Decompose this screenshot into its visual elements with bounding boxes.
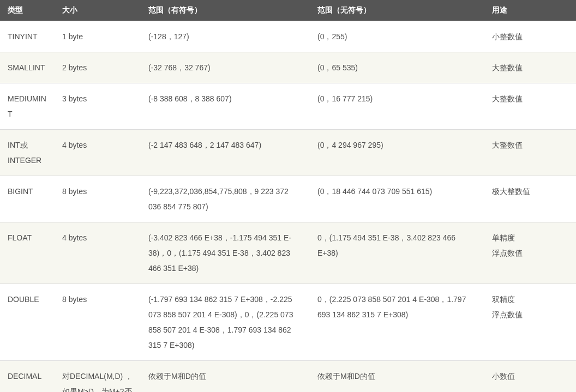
cell-signed: (-9,223,372,036,854,775,808，9 223 372 03… [141,176,310,222]
cell-unsigned: (0，16 777 215) [310,83,484,130]
cell-size: 8 bytes [55,284,141,361]
cell-signed: (-2 147 483 648，2 147 483 647) [141,130,310,176]
cell-usage: 极大整数值 [484,176,576,222]
table-row: INT或INTEGER 4 bytes (-2 147 483 648，2 14… [0,130,576,176]
table-row: DOUBLE 8 bytes (-1.797 693 134 862 315 7… [0,284,576,361]
cell-type: BIGINT [0,176,55,222]
cell-usage: 双精度浮点数值 [484,284,576,361]
cell-unsigned: 0，(1.175 494 351 E-38，3.402 823 466 E+38… [310,222,484,284]
cell-usage: 大整数值 [484,83,576,130]
table-row: MEDIUMINT 3 bytes (-8 388 608，8 388 607)… [0,83,576,130]
cell-unsigned: (0，65 535) [310,52,484,83]
cell-unsigned: (0，4 294 967 295) [310,130,484,176]
cell-signed: (-3.402 823 466 E+38，-1.175 494 351 E-38… [141,222,310,284]
table-row: FLOAT 4 bytes (-3.402 823 466 E+38，-1.17… [0,222,576,284]
cell-type: DOUBLE [0,284,55,361]
cell-unsigned: (0，18 446 744 073 709 551 615) [310,176,484,222]
cell-type: MEDIUMINT [0,83,55,130]
cell-type: SMALLINT [0,52,55,83]
table-row: TINYINT 1 byte (-128，127) (0，255) 小整数值 [0,21,576,52]
cell-signed: (-128，127) [141,21,310,52]
cell-size: 2 bytes [55,52,141,83]
cell-size: 3 bytes [55,83,141,130]
col-header-size: 大小 [55,0,141,21]
cell-type: TINYINT [0,21,55,52]
cell-signed: (-1.797 693 134 862 315 7 E+308，-2.225 0… [141,284,310,361]
cell-size: 对DECIMAL(M,D) ，如果M>D，为M+2否则为D+2 [55,361,141,393]
col-header-signed: 范围（有符号） [141,0,310,21]
cell-type: DECIMAL [0,361,55,393]
cell-usage: 单精度浮点数值 [484,222,576,284]
cell-type: FLOAT [0,222,55,284]
col-header-type: 类型 [0,0,55,21]
col-header-usage: 用途 [484,0,576,21]
cell-unsigned: 0，(2.225 073 858 507 201 4 E-308，1.797 6… [310,284,484,361]
table-row: DECIMAL 对DECIMAL(M,D) ，如果M>D，为M+2否则为D+2 … [0,361,576,393]
cell-size: 4 bytes [55,130,141,176]
cell-signed: (-32 768，32 767) [141,52,310,83]
table-row: SMALLINT 2 bytes (-32 768，32 767) (0，65 … [0,52,576,83]
cell-usage: 小整数值 [484,21,576,52]
datatypes-table: 类型 大小 范围（有符号） 范围（无符号） 用途 TINYINT 1 byte … [0,0,576,392]
cell-signed: (-8 388 608，8 388 607) [141,83,310,130]
cell-unsigned: (0，255) [310,21,484,52]
cell-size: 4 bytes [55,222,141,284]
cell-size: 8 bytes [55,176,141,222]
cell-unsigned: 依赖于M和D的值 [310,361,484,393]
cell-usage: 大整数值 [484,52,576,83]
cell-type: INT或INTEGER [0,130,55,176]
cell-usage: 小数值 [484,361,576,393]
cell-size: 1 byte [55,21,141,52]
cell-signed: 依赖于M和D的值 [141,361,310,393]
table-header-row: 类型 大小 范围（有符号） 范围（无符号） 用途 [0,0,576,21]
table-row: BIGINT 8 bytes (-9,223,372,036,854,775,8… [0,176,576,222]
col-header-unsigned: 范围（无符号） [310,0,484,21]
cell-usage: 大整数值 [484,130,576,176]
